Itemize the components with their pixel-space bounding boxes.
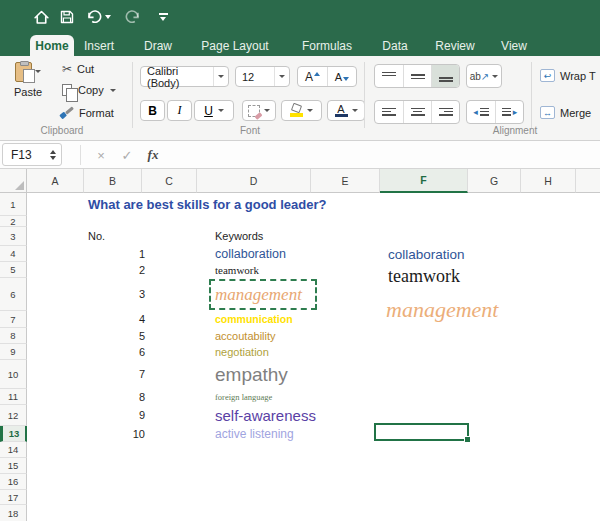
row-header-17[interactable]: 17 — [0, 490, 27, 505]
row-header-18[interactable]: 18 — [0, 505, 27, 521]
copy-dropdown-caret[interactable] — [110, 89, 116, 92]
keyword-cell-empathy[interactable]: empathy — [215, 360, 288, 389]
save-icon[interactable] — [57, 7, 77, 27]
font-color-dropdown-caret[interactable] — [352, 109, 358, 112]
merge-button[interactable]: ↔ Merge — [540, 106, 591, 119]
align-bottom-button[interactable] — [431, 65, 459, 87]
fill-handle[interactable] — [464, 436, 471, 443]
row-header-10[interactable]: 10 — [0, 360, 27, 389]
number-cell-10[interactable]: 10 — [95, 426, 145, 442]
keyword-cell-communication[interactable]: communication — [215, 311, 293, 328]
tab-view[interactable]: View — [496, 36, 532, 56]
row-header-1[interactable]: 1 — [0, 193, 27, 216]
preview-cell-collaboration[interactable]: collaboration — [388, 246, 465, 264]
keyword-cell-teamwork[interactable]: teamwork — [215, 262, 259, 278]
preview-cell-management[interactable]: management — [386, 293, 498, 327]
enter-button[interactable]: ✓ — [116, 141, 138, 169]
undo-button[interactable] — [85, 7, 111, 27]
keyword-cell-collaboration[interactable]: collaboration — [215, 246, 286, 262]
column-header-partial[interactable] — [576, 169, 600, 193]
orientation-button[interactable]: ab↗ — [466, 64, 502, 88]
align-right-button[interactable] — [431, 101, 459, 123]
redo-button[interactable] — [122, 7, 142, 27]
number-cell-6[interactable]: 6 — [95, 344, 145, 360]
column-header-g[interactable]: G — [468, 169, 521, 193]
decrease-indent-button[interactable]: ◂ — [467, 101, 495, 123]
row-header-7[interactable]: 7 — [0, 311, 27, 328]
column-header-c[interactable]: C — [142, 169, 197, 193]
wrap-text-button[interactable]: ↩ Wrap T — [540, 69, 596, 82]
name-box[interactable]: F13 — [2, 143, 62, 166]
number-cell-8[interactable]: 8 — [95, 389, 145, 405]
row-header-16[interactable]: 16 — [0, 474, 27, 490]
keyword-cell-foreign-language[interactable]: foreign language — [215, 389, 272, 405]
tab-draw[interactable]: Draw — [141, 36, 175, 56]
increase-indent-button[interactable]: ▸ — [495, 101, 523, 123]
formula-input[interactable] — [168, 141, 600, 169]
tab-data[interactable]: Data — [377, 36, 413, 56]
tab-formulas[interactable]: Formulas — [296, 36, 358, 56]
bold-button[interactable]: B — [140, 100, 165, 121]
row-header-4[interactable]: 4 — [0, 246, 27, 262]
number-cell-2[interactable]: 2 — [95, 262, 145, 278]
home-icon[interactable] — [31, 7, 51, 27]
align-center-button[interactable] — [403, 101, 431, 123]
shrink-font-button[interactable]: A — [327, 67, 356, 86]
align-left-button[interactable] — [375, 101, 403, 123]
keyword-cell-negotiation[interactable]: negotiation — [215, 344, 269, 360]
number-cell-3[interactable]: 3 — [95, 278, 145, 311]
borders-dropdown-caret[interactable] — [264, 109, 270, 112]
row-header-11[interactable]: 11 — [0, 389, 27, 405]
name-box-spinner[interactable] — [50, 150, 56, 160]
column-header-b[interactable]: B — [84, 169, 142, 193]
column-header-d[interactable]: D — [197, 169, 311, 193]
keyword-cell-self-awareness[interactable]: self-awareness — [215, 405, 316, 426]
row-header-5[interactable]: 5 — [0, 262, 27, 278]
row-header-13[interactable]: 13 — [0, 426, 27, 442]
row-header-8[interactable]: 8 — [0, 328, 27, 344]
sheet-title-cell[interactable]: What are best skills for a good leader? — [88, 193, 326, 216]
number-cell-4[interactable]: 4 — [95, 311, 145, 328]
column-header-h[interactable]: H — [521, 169, 576, 193]
row-header-9[interactable]: 9 — [0, 344, 27, 360]
copy-button[interactable]: Copy — [62, 84, 116, 96]
undo-dropdown-caret[interactable] — [105, 15, 111, 19]
borders-button[interactable] — [242, 100, 276, 121]
tab-insert[interactable]: Insert — [80, 36, 118, 56]
keywords-header-cell[interactable]: Keywords — [215, 227, 263, 246]
font-size-dropdown-caret[interactable] — [274, 67, 289, 86]
number-cell-9[interactable]: 9 — [95, 405, 145, 426]
insert-function-button[interactable]: fx — [142, 141, 164, 169]
number-cell-5[interactable]: 5 — [95, 328, 145, 344]
column-header-a[interactable]: A — [27, 169, 84, 193]
underline-button[interactable]: U — [194, 100, 234, 121]
font-name-dropdown-caret[interactable] — [213, 67, 228, 86]
number-cell-1[interactable]: 1 — [95, 246, 145, 262]
format-painter-button[interactable]: Format — [60, 106, 114, 119]
tab-page-layout[interactable]: Page Layout — [196, 36, 274, 56]
customize-quick-access-icon[interactable] — [153, 7, 173, 27]
preview-cell-teamwork[interactable]: teamwork — [388, 264, 460, 289]
grow-font-button[interactable]: A — [298, 67, 327, 86]
align-top-button[interactable] — [375, 65, 403, 87]
fill-color-button[interactable] — [281, 100, 322, 121]
paste-button[interactable]: Paste — [8, 62, 48, 98]
font-size-combo[interactable]: 12 — [235, 66, 290, 87]
column-header-e[interactable]: E — [311, 169, 380, 193]
italic-button[interactable]: I — [167, 100, 192, 121]
row-header-2[interactable]: 2 — [0, 216, 27, 227]
font-name-combo[interactable]: Calibri (Body) — [140, 66, 229, 87]
row-header-3[interactable]: 3 — [0, 227, 27, 246]
font-color-button[interactable]: A — [327, 100, 365, 121]
select-all-corner[interactable] — [0, 169, 27, 193]
row-header-12[interactable]: 12 — [0, 405, 27, 426]
number-cell-7[interactable]: 7 — [95, 360, 145, 389]
keyword-cell-accoutability[interactable]: accoutability — [215, 328, 276, 344]
fill-color-dropdown-caret[interactable] — [307, 109, 313, 112]
row-header-6[interactable]: 6 — [0, 278, 27, 311]
keyword-cell-active-listening[interactable]: active listening — [215, 426, 294, 442]
orientation-dropdown-caret[interactable] — [492, 75, 498, 78]
cut-button[interactable]: ✂ Cut — [62, 62, 94, 76]
tab-review[interactable]: Review — [431, 36, 479, 56]
paste-dropdown-caret[interactable] — [35, 70, 41, 73]
